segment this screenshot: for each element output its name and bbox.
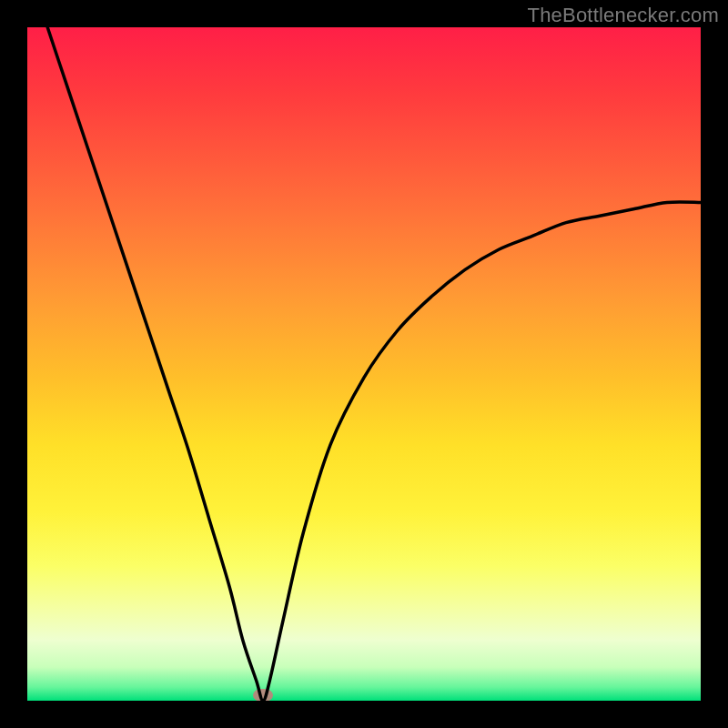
bottleneck-curve [27,27,701,701]
watermark: TheBottlenecker.com [528,4,719,27]
plot-area [27,27,701,701]
chart-frame: TheBottlenecker.com [0,0,728,728]
